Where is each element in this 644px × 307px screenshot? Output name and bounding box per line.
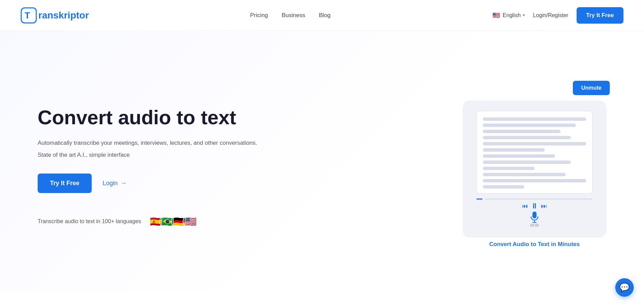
- text-line-1: [483, 117, 586, 121]
- progress-indicator: [476, 199, 482, 200]
- hero-title: Convert audio to text: [38, 106, 257, 129]
- hero-subtitle: Automatically transcribe your meetings, …: [38, 138, 257, 148]
- card-caption: Convert Audio to Text in Minutes: [489, 241, 580, 248]
- nav-links: Pricing Business Blog: [250, 12, 331, 19]
- text-line-3: [483, 130, 561, 133]
- playback-bar: [476, 199, 593, 200]
- nav-blog[interactable]: Blog: [319, 12, 331, 18]
- chat-bubble-icon: 💬: [619, 283, 630, 292]
- play-controls: ⏮ ⏸ ⏭: [522, 202, 547, 210]
- chevron-down-icon: ▾: [523, 13, 525, 17]
- text-line-6: [483, 148, 545, 152]
- text-line-10: [483, 173, 566, 176]
- time-label: 00:00: [530, 223, 539, 227]
- playback-area: ⏮ ⏸ ⏭ 00:00: [476, 199, 593, 227]
- login-register-link[interactable]: Login/Register: [533, 12, 568, 18]
- text-line-11: [483, 179, 586, 182]
- hero-subtitle2: State of the art A.I., simple interface: [38, 152, 257, 158]
- skip-forward-icon[interactable]: ⏭: [541, 203, 547, 210]
- hero-login-label: Login: [103, 180, 118, 187]
- language-label: English: [503, 12, 520, 18]
- transcript-inner: [476, 111, 593, 194]
- hero-login-link[interactable]: Login →: [103, 180, 127, 187]
- pause-icon[interactable]: ⏸: [531, 202, 538, 210]
- microphone-icon: [530, 211, 539, 223]
- flag-american: 🇺🇸: [183, 214, 198, 229]
- unmute-button[interactable]: Unmute: [573, 81, 610, 95]
- languages-text: Transcribe audio to text in 100+ languag…: [38, 218, 141, 225]
- nav-business[interactable]: Business: [282, 12, 305, 18]
- logo-wordmark: ranskriptor: [38, 10, 89, 21]
- transcript-card: ⏮ ⏸ ⏭ 00:00: [463, 101, 606, 238]
- progress-track: [485, 199, 593, 200]
- hero-try-free-button[interactable]: Try It Free: [38, 174, 92, 193]
- chat-bubble[interactable]: 💬: [615, 278, 634, 297]
- hero-left: Convert audio to text Automatically tran…: [38, 99, 257, 230]
- text-line-7: [483, 154, 555, 158]
- hero-login-arrow-icon: →: [120, 180, 127, 187]
- skip-back-icon[interactable]: ⏮: [522, 203, 528, 210]
- language-selector[interactable]: 🇺🇸 English ▾: [492, 11, 525, 20]
- hero-right: Unmute: [446, 81, 623, 248]
- language-flag: 🇺🇸: [492, 11, 501, 20]
- text-line-12: [483, 185, 524, 189]
- play-controls-area: ⏮ ⏸ ⏭ 00:00: [476, 202, 593, 227]
- hero-buttons: Try It Free Login →: [38, 174, 257, 193]
- logo-link[interactable]: T ranskriptor: [21, 7, 89, 24]
- flag-stack: 🇪🇸 🇧🇷 🇩🇪 🇺🇸: [148, 214, 198, 229]
- nav-right: 🇺🇸 English ▾ Login/Register Try It Free: [492, 7, 623, 24]
- text-line-2: [483, 124, 576, 127]
- svg-text:T: T: [25, 10, 30, 21]
- svg-rect-2: [532, 212, 537, 218]
- nav-pricing[interactable]: Pricing: [250, 12, 268, 18]
- logo-svg: T: [21, 7, 37, 24]
- text-line-4: [483, 136, 571, 139]
- text-line-8: [483, 161, 571, 164]
- navbar: T ranskriptor Pricing Business Blog 🇺🇸 E…: [0, 0, 644, 31]
- navbar-try-free-button[interactable]: Try It Free: [577, 7, 623, 24]
- text-line-5: [483, 142, 586, 145]
- text-line-9: [483, 167, 534, 170]
- languages-row: Transcribe audio to text in 100+ languag…: [38, 214, 257, 229]
- hero-section: Convert audio to text Automatically tran…: [0, 31, 644, 291]
